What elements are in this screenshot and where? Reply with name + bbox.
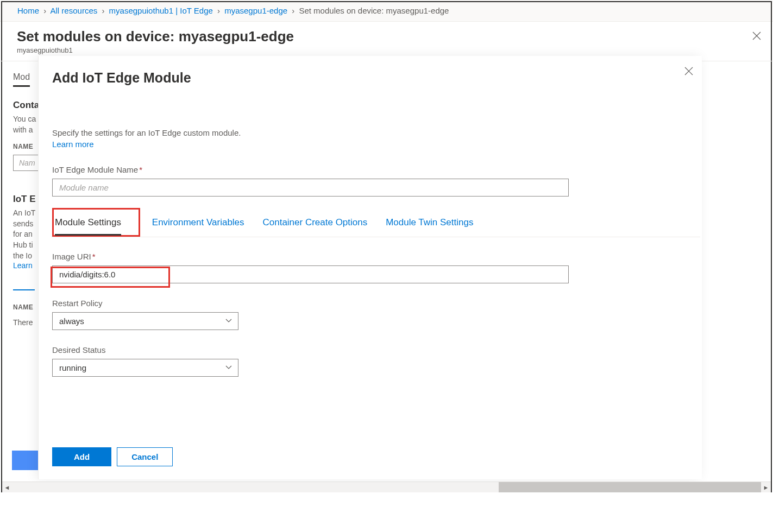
panel-description: Specify the settings for an IoT Edge cus… xyxy=(52,128,702,137)
module-name-input[interactable] xyxy=(52,179,569,197)
required-marker: * xyxy=(139,165,142,174)
module-settings-area: Image URI* Restart Policy always Desired… xyxy=(52,252,702,377)
tab-container-create-options[interactable]: Container Create Options xyxy=(262,211,367,235)
select-value: running xyxy=(59,363,86,372)
scroll-right-icon[interactable]: ► xyxy=(761,484,771,491)
restart-policy-select[interactable]: always xyxy=(52,312,238,330)
page-title: Set modules on device: myasegpu1-edge xyxy=(17,28,756,45)
highlight-box: Module Settings xyxy=(52,208,140,237)
panel-title: Add IoT Edge Module xyxy=(52,70,702,86)
scroll-left-icon[interactable]: ◄ xyxy=(2,484,12,491)
cancel-button[interactable]: Cancel xyxy=(117,447,173,466)
learn-more-link[interactable]: Learn more xyxy=(52,140,94,149)
scrollbar-track[interactable] xyxy=(12,482,761,492)
restart-policy-label: Restart Policy xyxy=(52,299,702,308)
image-uri-input[interactable] xyxy=(52,265,569,283)
desired-status-select[interactable]: running xyxy=(52,359,238,377)
chevron-down-icon xyxy=(225,363,232,372)
select-value: always xyxy=(59,316,84,326)
tab-environment-variables[interactable]: Environment Variables xyxy=(152,211,244,235)
bg-tab-modules[interactable]: Mod xyxy=(13,69,30,87)
close-icon[interactable] xyxy=(752,31,761,42)
tab-module-settings[interactable]: Module Settings xyxy=(55,211,121,236)
required-marker: * xyxy=(92,252,96,261)
module-name-label: IoT Edge Module Name* xyxy=(52,165,702,174)
panel-tabs: Module Settings Environment Variables Co… xyxy=(51,208,700,237)
image-uri-label: Image URI* xyxy=(52,252,702,261)
close-icon[interactable] xyxy=(684,67,693,77)
chevron-down-icon xyxy=(225,316,232,326)
page-subtitle: myasegpuiothub1 xyxy=(17,46,756,54)
add-module-panel: Add IoT Edge Module Specify the settings… xyxy=(38,56,702,479)
horizontal-scrollbar[interactable]: ◄ ► xyxy=(2,482,771,492)
desired-status-label: Desired Status xyxy=(52,345,702,354)
panel-footer: Add Cancel xyxy=(52,447,173,466)
tab-module-twin-settings[interactable]: Module Twin Settings xyxy=(386,211,473,235)
add-button[interactable]: Add xyxy=(52,447,111,466)
scrollbar-thumb[interactable] xyxy=(499,482,761,492)
